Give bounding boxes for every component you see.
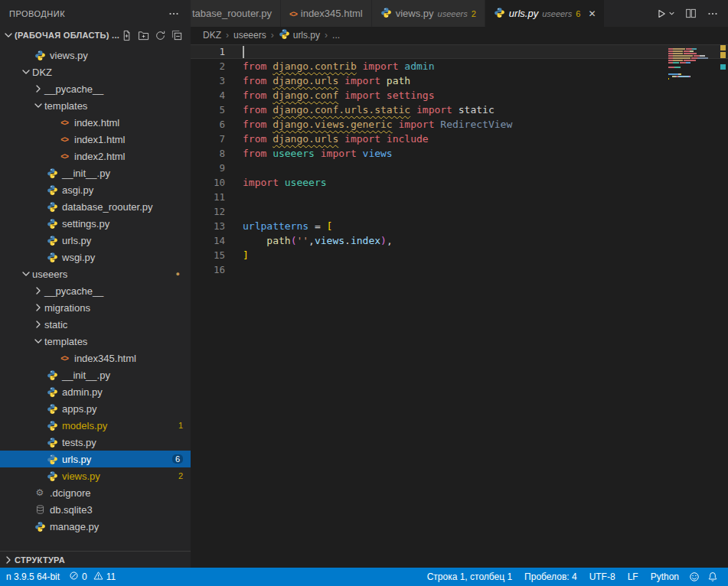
- tree-item-static[interactable]: static: [0, 316, 191, 333]
- tree-item-wsgi.py[interactable]: wsgi.py: [0, 249, 191, 265]
- tab-description: useeers: [438, 9, 468, 18]
- code-line[interactable]: 11: [191, 190, 728, 204]
- tab-index345.html[interactable]: <>index345.html: [281, 0, 372, 27]
- tree-item-urls.py[interactable]: urls.py: [0, 232, 191, 249]
- tree-item-index2.html[interactable]: <>index2.html: [0, 148, 191, 164]
- tree-item-useeers[interactable]: useeers●: [0, 265, 191, 282]
- code-line[interactable]: 9: [191, 161, 728, 175]
- tree-item-urls.py[interactable]: urls.py6: [0, 451, 191, 467]
- code-line[interactable]: 13urlpatterns = [: [191, 219, 728, 233]
- chevron-right-icon: [32, 301, 44, 314]
- bell-icon[interactable]: [704, 571, 722, 582]
- breadcrumb-item-urls.py[interactable]: urls.py: [279, 28, 320, 42]
- problems-badge: 6: [172, 454, 183, 464]
- tree-item-.dcignore[interactable]: ⚙.dcignore: [0, 484, 191, 501]
- tree-item-templates[interactable]: templates: [0, 97, 191, 114]
- database-icon: [34, 504, 46, 515]
- indentation[interactable]: Пробелов: 4: [518, 568, 583, 586]
- cursor-position[interactable]: Строка 1, столбец 1: [421, 568, 518, 586]
- python-icon: [46, 184, 58, 196]
- tree-item-models.py[interactable]: models.py1: [0, 417, 191, 434]
- breadcrumb-item-DKZ[interactable]: DKZ: [203, 30, 221, 41]
- outline-section-header[interactable]: СТРУКТУРА: [0, 551, 191, 568]
- tree-item-views.py[interactable]: views.py2: [0, 467, 191, 484]
- split-editor-icon[interactable]: [685, 8, 697, 19]
- run-button[interactable]: [656, 8, 675, 19]
- tree-item-views.py[interactable]: views.py: [0, 47, 191, 63]
- editor-actions: [656, 0, 728, 27]
- code-line[interactable]: 5from django.conf.urls.static import sta…: [191, 103, 728, 117]
- minimap[interactable]: [668, 46, 717, 83]
- tree-item-tests.py[interactable]: tests.py: [0, 434, 191, 451]
- tree-item-label: index.html: [74, 117, 119, 129]
- code-line[interactable]: 7from django.urls import include: [191, 132, 728, 146]
- language-mode[interactable]: Python: [645, 568, 685, 586]
- breadcrumb-item-useeers[interactable]: useeers: [233, 30, 266, 41]
- line-content: [225, 262, 249, 277]
- tree-item-label: index2.html: [74, 151, 125, 162]
- tree-item-DKZ[interactable]: DKZ: [0, 63, 191, 80]
- tree-item-index345.html[interactable]: <>index345.html: [0, 350, 191, 366]
- line-number: 13: [191, 219, 225, 233]
- refresh-icon[interactable]: [153, 28, 168, 43]
- code-line[interactable]: 8from useeers import views: [191, 146, 728, 161]
- tree-item-migrations[interactable]: migrations: [0, 299, 191, 316]
- tree-item-label: apps.py: [62, 403, 97, 415]
- tree-item-__pycache__[interactable]: __pycache__: [0, 282, 191, 299]
- encoding[interactable]: UTF-8: [583, 568, 622, 586]
- new-folder-icon[interactable]: [136, 28, 151, 43]
- tree-item-__init__.py[interactable]: __init__.py: [0, 164, 191, 181]
- tree-item-manage.py[interactable]: manage.py: [0, 518, 191, 535]
- breadcrumb-item-...[interactable]: ...: [332, 30, 340, 41]
- code-line[interactable]: 15]: [191, 248, 728, 262]
- tree-item-db.sqlite3[interactable]: db.sqlite3: [0, 501, 191, 518]
- code-line[interactable]: 6from django.views.generic import Redire…: [191, 117, 728, 132]
- breadcrumb-separator: ›: [226, 30, 229, 41]
- code-line[interactable]: 3from django.urls import path: [191, 73, 728, 88]
- code-line[interactable]: 14 path('',views.index),: [191, 233, 728, 248]
- html-icon: <>: [58, 119, 70, 127]
- python-interpreter[interactable]: n 3.9.5 64-bit: [2, 568, 64, 586]
- python-icon: [46, 235, 58, 246]
- line-content: [225, 190, 249, 204]
- tab-problems-badge: 2: [472, 9, 476, 18]
- python-icon: [46, 218, 58, 230]
- tab-views.py[interactable]: views.pyuseeers2: [372, 0, 485, 27]
- code-line[interactable]: 4from django.conf import settings: [191, 88, 728, 103]
- close-icon[interactable]: ✕: [588, 8, 596, 19]
- tab-label: views.py: [396, 8, 434, 19]
- more-actions-icon[interactable]: [707, 8, 719, 20]
- tree-item-database_roouter.py[interactable]: database_roouter.py: [0, 198, 191, 215]
- tree-item-templates[interactable]: templates: [0, 333, 191, 350]
- html-icon: <>: [58, 135, 70, 144]
- chevron-down-icon: [32, 335, 44, 347]
- workspace-section-header[interactable]: (РАБОЧАЯ ОБЛАСТЬ) ...: [0, 27, 191, 44]
- explorer-more-actions-icon[interactable]: [168, 8, 180, 20]
- code-area[interactable]: 1 2from django.contrib import admin3from…: [191, 44, 728, 568]
- tree-item-asgi.py[interactable]: asgi.py: [0, 181, 191, 198]
- tree-item-admin.py[interactable]: admin.py: [0, 383, 191, 400]
- collapse-all-icon[interactable]: [170, 28, 184, 43]
- feedback-icon[interactable]: [685, 571, 704, 582]
- code-line[interactable]: 16: [191, 262, 728, 277]
- code-line[interactable]: 12: [191, 204, 728, 219]
- tree-item-__pycache__[interactable]: __pycache__: [0, 80, 191, 97]
- tree-item-index.html[interactable]: <>index.html: [0, 114, 191, 131]
- tree-item-settings.py[interactable]: settings.py: [0, 215, 191, 232]
- outline-label: СТРУКТУРА: [15, 555, 65, 565]
- code-line[interactable]: 10import useeers: [191, 175, 728, 190]
- line-number: 4: [191, 88, 225, 103]
- sidebar-title-row: ПРОВОДНИК: [0, 0, 191, 27]
- tree-item-index1.html[interactable]: <>index1.html: [0, 131, 191, 148]
- problems[interactable]: 011: [64, 568, 120, 586]
- tab-tabase_roouter.py[interactable]: tabase_roouter.py: [191, 0, 281, 27]
- tab-urls.py[interactable]: urls.pyuseeers6✕: [485, 0, 606, 27]
- code-line[interactable]: 2from django.contrib import admin: [191, 59, 728, 73]
- tree-item-label: templates: [44, 336, 87, 347]
- new-file-icon[interactable]: [119, 28, 134, 43]
- code-line[interactable]: 1: [191, 44, 728, 59]
- tree-item-__init__.py[interactable]: __init__.py: [0, 366, 191, 383]
- tree-item-apps.py[interactable]: apps.py: [0, 400, 191, 417]
- eol[interactable]: LF: [622, 568, 645, 586]
- tab-label: tabase_roouter.py: [192, 8, 272, 19]
